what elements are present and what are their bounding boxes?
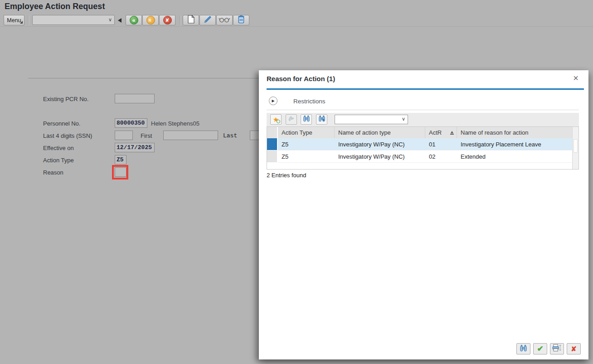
dialog-cancel-button[interactable]: ✘ xyxy=(567,343,581,354)
dialog-title-underline xyxy=(267,88,584,90)
cancel-icon: ✘ xyxy=(163,16,172,24)
delete-button[interactable] xyxy=(233,15,249,25)
collapse-left-icon[interactable] xyxy=(118,18,122,23)
cell-actr[interactable]: 02 xyxy=(425,150,457,163)
dialog-toolbar: ★ ∨ xyxy=(267,113,579,126)
checkmark-icon: ✔ xyxy=(537,345,543,353)
pencil-icon xyxy=(204,15,212,25)
dialog-title: Reason for Action (1) xyxy=(267,75,335,83)
back-icon: « xyxy=(130,16,138,24)
close-icon[interactable]: × xyxy=(573,73,578,83)
first-name-label: First xyxy=(141,132,152,139)
toolbar-separator xyxy=(180,15,180,25)
page-title: Employee Action Request xyxy=(5,2,105,11)
find-next-button[interactable] xyxy=(316,114,327,125)
reason-for-action-dialog: Reason for Action (1) × ▶ Restrictions ★ xyxy=(259,70,588,359)
chevron-down-icon[interactable]: ∨ xyxy=(108,17,112,23)
entries-found-status: 2 Entries found xyxy=(267,172,306,179)
change-button[interactable] xyxy=(199,15,216,25)
create-button[interactable] xyxy=(183,15,199,25)
reason-field-highlight xyxy=(112,165,128,180)
column-header-actr[interactable]: ActR xyxy=(425,127,457,138)
binoculars-icon xyxy=(520,345,527,354)
personnel-no-field[interactable] xyxy=(115,118,147,128)
ssn-field[interactable] xyxy=(115,131,133,140)
selector-column-header[interactable] xyxy=(267,127,278,138)
exit-button[interactable]: « xyxy=(142,15,159,25)
trash-icon xyxy=(238,15,245,25)
cell-name-of-reason[interactable]: Extended xyxy=(457,150,572,163)
effective-on-label: Effective on xyxy=(43,145,74,151)
action-type-label: Action Type xyxy=(43,157,74,164)
column-header-action-type[interactable]: Action Type xyxy=(278,127,335,138)
employee-name: Helen Stephens05 xyxy=(151,120,199,127)
results-table: Action Type Name of action type ActR Nam… xyxy=(267,126,579,170)
document-icon xyxy=(188,15,194,25)
sort-ascending-icon xyxy=(450,131,454,135)
menu-button[interactable]: Menu xyxy=(4,15,24,25)
existing-pcr-field[interactable] xyxy=(115,94,155,103)
menu-button-label: Menu xyxy=(7,17,21,24)
sap-screen: Employee Action Request Menu ∨ « « ✘ xyxy=(0,0,593,364)
display-button[interactable] xyxy=(216,15,233,25)
dialog-accept-button[interactable]: ✔ xyxy=(533,343,547,354)
cell-action-type[interactable]: Z5 xyxy=(278,150,335,163)
ssn-label: Last 4 digits (SSN) xyxy=(43,132,92,139)
table-row[interactable]: Z5 Investigatory W/Pay (NC) 01 Investiga… xyxy=(267,138,578,150)
main-toolbar: Menu ∨ « « ✘ xyxy=(0,14,593,27)
red-x-icon: ✘ xyxy=(571,345,577,352)
dialog-separator xyxy=(267,110,579,110)
hold-data-button-disabled xyxy=(286,114,297,125)
expand-icon: ▶ xyxy=(272,99,274,103)
action-type-field[interactable] xyxy=(115,155,126,165)
binoculars-icon xyxy=(303,115,310,124)
table-row[interactable]: Z5 Investigatory W/Pay (NC) 02 Extended xyxy=(267,150,578,163)
star-plus-badge xyxy=(277,120,280,123)
chevron-down-icon[interactable]: ∨ xyxy=(402,116,405,122)
binoculars-next-icon xyxy=(318,115,326,124)
table-header-row: Action Type Name of action type ActR Nam… xyxy=(267,127,578,138)
personnel-no-label: Personnel No. xyxy=(43,120,80,127)
cell-name-of-reason[interactable]: Investigatory Placement Leave xyxy=(457,138,572,150)
toolbar-separator xyxy=(28,15,29,25)
dialog-print-button[interactable] xyxy=(550,343,564,354)
printer-icon xyxy=(552,344,562,354)
back-button[interactable]: « xyxy=(126,15,142,25)
restrictions-label: Restrictions xyxy=(293,98,326,105)
hand-icon xyxy=(288,115,295,124)
cell-name-of-action-type[interactable]: Investigatory W/Pay (NC) xyxy=(335,150,425,163)
cell-actr[interactable]: 01 xyxy=(425,138,457,150)
find-button[interactable] xyxy=(301,114,312,125)
menu-corner-icon xyxy=(20,21,23,24)
row-selector[interactable] xyxy=(267,138,278,150)
scrollbar-thumb[interactable] xyxy=(574,139,578,153)
last-name-label: Last xyxy=(223,132,237,139)
expand-restrictions-button[interactable]: ▶ xyxy=(269,97,277,105)
glasses-icon xyxy=(219,16,230,24)
first-name-field[interactable] xyxy=(163,131,218,140)
row-selector[interactable] xyxy=(267,150,278,163)
dialog-find-button[interactable] xyxy=(516,343,530,354)
cell-action-type[interactable]: Z5 xyxy=(278,138,335,150)
effective-on-field[interactable] xyxy=(115,143,155,152)
column-header-name-of-reason[interactable]: Name of reason for action xyxy=(457,127,572,138)
cell-name-of-action-type[interactable]: Investigatory W/Pay (NC) xyxy=(335,138,425,150)
exit-icon: « xyxy=(146,16,155,24)
table-scrollbar[interactable] xyxy=(572,127,578,169)
column-header-name-of-action-type[interactable]: Name of action type xyxy=(335,127,425,138)
reason-label: Reason xyxy=(43,169,63,176)
cancel-button[interactable]: ✘ xyxy=(159,15,175,25)
dialog-filter-combobox[interactable]: ∨ xyxy=(335,115,408,124)
command-field[interactable]: ∨ xyxy=(32,15,115,25)
insert-in-new-line-button[interactable]: ★ xyxy=(270,114,282,125)
existing-pcr-label: Existing PCR No. xyxy=(43,96,88,102)
